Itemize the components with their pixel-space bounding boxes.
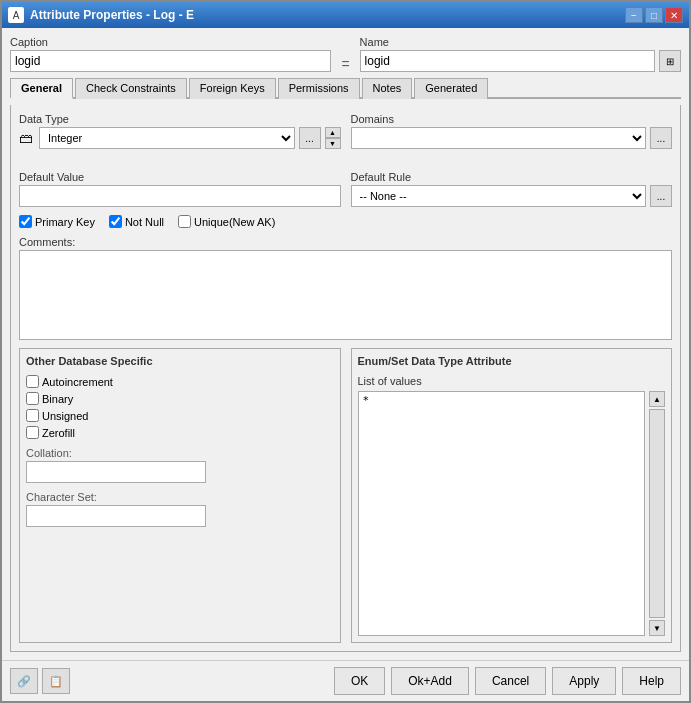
character-set-group: Character Set: <box>26 491 334 527</box>
zerofill-label: Zerofill <box>42 427 75 439</box>
unique-checkbox[interactable] <box>178 215 191 228</box>
unique-label: Unique(New AK) <box>194 216 275 228</box>
primary-key-checkbox-item[interactable]: Primary Key <box>19 215 95 228</box>
caption-input[interactable] <box>10 50 331 72</box>
name-input-row: ⊞ <box>360 50 681 72</box>
enum-section: Enum/Set Data Type Attribute List of val… <box>351 348 673 643</box>
window-title: Attribute Properties - Log - E <box>30 8 194 22</box>
collation-group: Collation: <box>26 447 334 483</box>
titlebar-left: A Attribute Properties - Log - E <box>8 7 194 23</box>
caption-group: Caption <box>10 36 331 72</box>
primary-key-checkbox[interactable] <box>19 215 32 228</box>
domains-col: Domains ... <box>351 113 673 149</box>
default-rule-browse-btn[interactable]: ... <box>650 185 672 207</box>
tab-bar: General Check Constraints Foreign Keys P… <box>10 78 681 99</box>
zerofill-checkbox[interactable] <box>26 426 39 439</box>
domains-label: Domains <box>351 113 673 125</box>
data-type-icon: 🗃 <box>19 130 33 146</box>
character-set-input[interactable] <box>26 505 206 527</box>
default-value-input[interactable] <box>19 185 341 207</box>
domains-select-row: ... <box>351 127 673 149</box>
domains-browse-btn[interactable]: ... <box>650 127 672 149</box>
character-set-label: Character Set: <box>26 491 334 503</box>
data-type-domains-row: Data Type 🗃 Integer ... ▲ ▼ Dom <box>19 113 672 149</box>
list-values-label: List of values <box>358 375 666 387</box>
data-type-browse-btn[interactable]: ... <box>299 127 321 149</box>
default-value-label: Default Value <box>19 171 341 183</box>
list-values-area: * ▲ ▼ <box>358 391 666 636</box>
close-button[interactable]: ✕ <box>665 7 683 23</box>
data-type-select-row: 🗃 Integer ... ▲ ▼ <box>19 127 341 149</box>
data-type-up-btn[interactable]: ▲ <box>325 127 341 138</box>
window-icon: A <box>8 7 24 23</box>
maximize-button[interactable]: □ <box>645 7 663 23</box>
checkboxes-row: Primary Key Not Null Unique(New AK) <box>19 215 672 228</box>
footer: 🔗 📋 OK Ok+Add Cancel Apply Help <box>2 660 689 701</box>
name-label: Name <box>360 36 681 48</box>
help-button[interactable]: Help <box>622 667 681 695</box>
tab-generated[interactable]: Generated <box>414 78 488 99</box>
other-database-section: Other Database Specific Autoincrement Bi… <box>19 348 341 643</box>
default-rule-select[interactable]: -- None -- <box>351 185 647 207</box>
unique-checkbox-item[interactable]: Unique(New AK) <box>178 215 275 228</box>
footer-icon-btn-2[interactable]: 📋 <box>42 668 70 694</box>
unsigned-checkbox[interactable] <box>26 409 39 422</box>
data-type-down-btn[interactable]: ▼ <box>325 138 341 149</box>
bottom-sections: Other Database Specific Autoincrement Bi… <box>19 348 672 643</box>
list-values-textarea[interactable]: * <box>358 391 646 636</box>
cancel-button[interactable]: Cancel <box>475 667 546 695</box>
footer-icon-btn-1[interactable]: 🔗 <box>10 668 38 694</box>
collation-label: Collation: <box>26 447 334 459</box>
list-scrollbar: ▲ ▼ <box>649 391 665 636</box>
unsigned-label: Unsigned <box>42 410 88 422</box>
apply-button[interactable]: Apply <box>552 667 616 695</box>
autoincrement-item[interactable]: Autoincrement <box>26 375 334 388</box>
main-window: A Attribute Properties - Log - E − □ ✕ C… <box>0 0 691 703</box>
zerofill-item[interactable]: Zerofill <box>26 426 334 439</box>
data-type-select[interactable]: Integer <box>39 127 295 149</box>
titlebar: A Attribute Properties - Log - E − □ ✕ <box>2 2 689 28</box>
autoincrement-label: Autoincrement <box>42 376 113 388</box>
tab-permissions[interactable]: Permissions <box>278 78 360 99</box>
name-extra-btn[interactable]: ⊞ <box>659 50 681 72</box>
titlebar-controls: − □ ✕ <box>625 7 683 23</box>
default-rule-col: Default Rule -- None -- ... <box>351 171 673 207</box>
spacer-1 <box>19 157 672 163</box>
default-rule-label: Default Rule <box>351 171 673 183</box>
scroll-up-btn[interactable]: ▲ <box>649 391 665 407</box>
default-rule-select-row: -- None -- ... <box>351 185 673 207</box>
comments-label: Comments: <box>19 236 672 248</box>
data-type-updown: ▲ ▼ <box>325 127 341 149</box>
collation-input[interactable] <box>26 461 206 483</box>
caption-name-row: Caption = Name ⊞ <box>10 36 681 72</box>
tab-general[interactable]: General <box>10 78 73 99</box>
tab-notes[interactable]: Notes <box>362 78 413 99</box>
ok-button[interactable]: OK <box>334 667 385 695</box>
autoincrement-checkbox[interactable] <box>26 375 39 388</box>
not-null-checkbox-item[interactable]: Not Null <box>109 215 164 228</box>
unsigned-item[interactable]: Unsigned <box>26 409 334 422</box>
enum-title: Enum/Set Data Type Attribute <box>358 355 666 367</box>
equals-sign: = <box>339 56 351 72</box>
binary-label: Binary <box>42 393 73 405</box>
scroll-down-btn[interactable]: ▼ <box>649 620 665 636</box>
comments-textarea[interactable] <box>19 250 672 340</box>
minimize-button[interactable]: − <box>625 7 643 23</box>
data-type-col: Data Type 🗃 Integer ... ▲ ▼ <box>19 113 341 149</box>
name-input[interactable] <box>360 50 655 72</box>
tab-foreign-keys[interactable]: Foreign Keys <box>189 78 276 99</box>
tab-check-constraints[interactable]: Check Constraints <box>75 78 187 99</box>
default-value-col: Default Value <box>19 171 341 207</box>
binary-item[interactable]: Binary <box>26 392 334 405</box>
not-null-checkbox[interactable] <box>109 215 122 228</box>
domains-select[interactable] <box>351 127 647 149</box>
content-area: Caption = Name ⊞ General Check Constrain… <box>2 28 689 660</box>
not-null-label: Not Null <box>125 216 164 228</box>
data-type-label: Data Type <box>19 113 341 125</box>
ok-add-button[interactable]: Ok+Add <box>391 667 469 695</box>
default-row: Default Value Default Rule -- None -- ..… <box>19 171 672 207</box>
binary-checkbox[interactable] <box>26 392 39 405</box>
footer-left: 🔗 📋 <box>10 668 70 694</box>
footer-right: OK Ok+Add Cancel Apply Help <box>334 667 681 695</box>
other-database-title: Other Database Specific <box>26 355 334 367</box>
